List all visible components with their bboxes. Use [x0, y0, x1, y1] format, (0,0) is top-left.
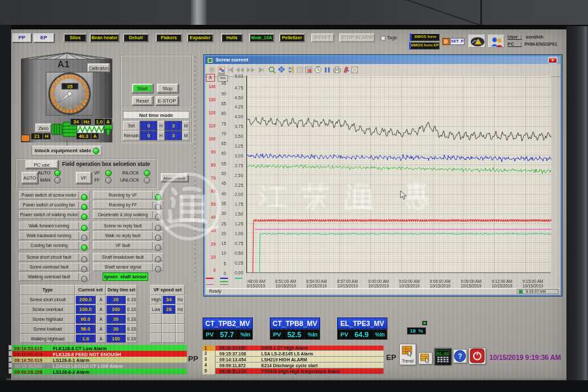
- svg-text:360: 360: [67, 106, 73, 110]
- svg-text:270: 270: [82, 93, 88, 97]
- svg-text:41.00: 41.00: [436, 351, 448, 356]
- svg-text:?: ?: [458, 352, 463, 360]
- svg-text:35: 35: [67, 84, 73, 90]
- svg-text:90: 90: [53, 88, 57, 92]
- svg-text:30: 30: [57, 103, 61, 106]
- svg-text:120: 120: [56, 82, 61, 86]
- svg-text:300: 300: [80, 100, 86, 104]
- svg-text:240: 240: [80, 86, 86, 90]
- svg-text:60: 60: [54, 96, 57, 100]
- svg-text:330: 330: [74, 105, 80, 108]
- svg-text:150: 150: [61, 78, 67, 82]
- svg-text:Trend: Trend: [402, 359, 414, 363]
- svg-text:?: ?: [210, 67, 213, 73]
- svg-text:180: 180: [69, 76, 75, 80]
